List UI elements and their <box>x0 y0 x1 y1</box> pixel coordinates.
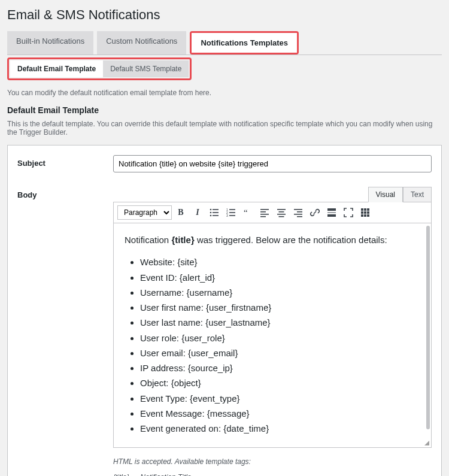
fullscreen-button[interactable] <box>341 205 356 220</box>
tag-item: {title} — Notification Title <box>113 473 432 476</box>
svg-rect-13 <box>260 209 269 210</box>
sub-tabs: Default Email Template Default SMS Templ… <box>7 57 442 80</box>
main-tabs: Built-in Notifications Custom Notificati… <box>7 31 442 54</box>
svg-rect-27 <box>327 214 336 217</box>
subtab-sms[interactable]: Default SMS Template <box>103 60 189 77</box>
label-subject: Subject <box>17 155 113 172</box>
svg-rect-22 <box>297 211 302 213</box>
svg-rect-21 <box>294 209 302 210</box>
helper-text: You can modify the default notification … <box>7 89 442 97</box>
list-item: Event generated on: {date_time} <box>140 422 420 435</box>
svg-rect-17 <box>277 209 286 210</box>
svg-rect-29 <box>364 208 366 211</box>
section-title: Default Email Template <box>7 105 442 115</box>
list-item: User first name: {user_firstname} <box>140 301 420 314</box>
align-right-icon <box>293 208 303 217</box>
list-item: User last name: {user_lastname} <box>140 316 420 329</box>
svg-text:3: 3 <box>226 214 228 217</box>
svg-rect-19 <box>277 214 286 215</box>
svg-rect-31 <box>361 211 363 214</box>
svg-rect-26 <box>327 213 336 213</box>
svg-rect-32 <box>364 211 366 214</box>
list-item: Username: {username} <box>140 286 420 299</box>
page-title: Email & SMS Notifications <box>7 7 442 23</box>
list-item: IP address: {source_ip} <box>140 361 420 375</box>
bullet-list-button[interactable] <box>207 205 222 220</box>
list-item: User email: {user_email} <box>140 346 420 360</box>
editor-tabs: Visual Text <box>113 187 432 202</box>
highlight-subtabs: Default Email Template Default SMS Templ… <box>7 57 192 80</box>
list-item: Event Type: {event_type} <box>140 392 420 405</box>
svg-rect-1 <box>213 209 219 210</box>
subtab-email[interactable]: Default Email Template <box>10 60 103 77</box>
list-item: Event Message: {message} <box>140 407 420 420</box>
svg-rect-30 <box>367 208 369 211</box>
align-left-button[interactable] <box>257 205 272 220</box>
align-center-button[interactable] <box>274 205 289 220</box>
svg-rect-11 <box>229 215 235 216</box>
svg-rect-35 <box>364 214 366 217</box>
svg-rect-5 <box>213 215 219 216</box>
svg-rect-33 <box>367 211 369 214</box>
scrollbar[interactable] <box>426 226 430 429</box>
svg-rect-9 <box>229 212 235 213</box>
body-list: Website: {site} Event ID: {alert_id} Use… <box>140 255 420 435</box>
svg-rect-23 <box>294 214 302 215</box>
svg-rect-15 <box>260 214 269 215</box>
resize-handle[interactable] <box>423 439 430 446</box>
highlight-templates: Notifications Templates <box>190 31 299 54</box>
subject-input[interactable] <box>113 155 432 172</box>
italic-button[interactable]: I <box>190 205 205 220</box>
toolbar-toggle-icon <box>360 208 370 217</box>
svg-rect-3 <box>213 212 219 213</box>
format-select[interactable]: Paragraph <box>117 205 172 220</box>
blockquote-button[interactable]: “ <box>240 205 256 220</box>
body-intro-prefix: Notification <box>125 235 171 245</box>
tag-list: {title} — Notification Title {site} — We… <box>113 473 432 476</box>
row-subject: Subject <box>17 155 432 172</box>
toolbar-toggle-button[interactable] <box>357 205 373 220</box>
list-item: Object: {object} <box>140 376 420 390</box>
help-note: HTML is accepted. Available template tag… <box>113 457 432 466</box>
tab-templates[interactable]: Notifications Templates <box>192 33 297 53</box>
svg-point-0 <box>210 209 212 211</box>
section-desc: This is the default template. You can ov… <box>7 120 442 137</box>
svg-rect-14 <box>260 211 266 213</box>
tab-builtin[interactable]: Built-in Notifications <box>7 31 93 54</box>
editor-tab-visual[interactable]: Visual <box>368 187 403 202</box>
template-panel: Subject Body Visual Text Paragraph B I <box>7 145 442 476</box>
readmore-icon <box>327 208 336 217</box>
link-button[interactable] <box>307 205 323 220</box>
list-item: Event ID: {alert_id} <box>140 271 420 284</box>
bold-button[interactable]: B <box>173 205 189 220</box>
svg-rect-34 <box>361 214 363 217</box>
align-center-icon <box>277 208 286 217</box>
readmore-button[interactable] <box>324 205 339 220</box>
svg-text:“: “ <box>244 208 248 217</box>
align-right-button[interactable] <box>290 205 306 220</box>
tab-custom[interactable]: Custom Notifications <box>97 31 186 54</box>
list-item: Website: {site} <box>140 255 420 269</box>
svg-rect-28 <box>361 208 363 211</box>
svg-point-4 <box>210 215 212 217</box>
svg-rect-18 <box>279 211 284 213</box>
svg-rect-25 <box>327 208 336 211</box>
link-icon <box>310 208 320 217</box>
align-left-icon <box>260 208 269 217</box>
svg-rect-24 <box>297 216 302 217</box>
body-editor[interactable]: Notification {title} was triggered. Belo… <box>113 223 432 448</box>
numbered-list-button[interactable]: 123 <box>223 205 239 220</box>
svg-rect-36 <box>367 214 369 217</box>
body-intro-bold: {title} <box>171 235 194 245</box>
editor-toolbar: Paragraph B I 123 “ <box>113 202 432 223</box>
svg-point-2 <box>210 212 212 214</box>
svg-rect-7 <box>229 209 235 210</box>
row-body: Body Visual Text Paragraph B I 123 “ <box>17 187 432 476</box>
editor-tab-text[interactable]: Text <box>403 187 432 202</box>
svg-rect-20 <box>279 216 284 217</box>
bullet-list-icon <box>210 208 219 217</box>
body-intro-suffix: was triggered. Below are the notificatio… <box>195 235 387 245</box>
numbered-list-icon: 123 <box>226 208 236 217</box>
list-item: User role: {user_role} <box>140 331 420 345</box>
label-body: Body <box>17 187 113 476</box>
